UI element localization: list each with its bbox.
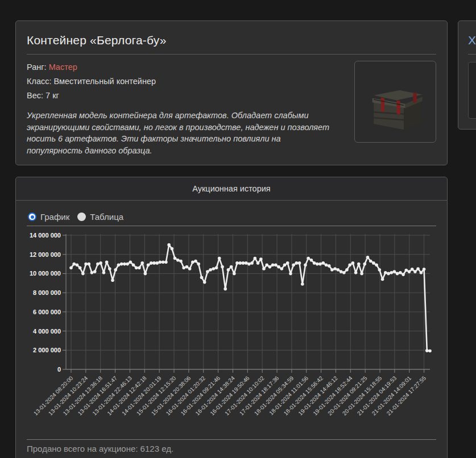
svg-text:2 000 000: 2 000 000 [33, 347, 61, 353]
radio-table-label: Таблица [90, 212, 123, 222]
auction-header: Аукционная история [16, 177, 447, 201]
svg-text:8 000 000: 8 000 000 [33, 289, 61, 296]
radio-option-chart[interactable]: График [28, 212, 69, 222]
total-sold-text: Продано всего на аукционе: 6123 ед. [16, 440, 447, 453]
svg-text:14 000 000: 14 000 000 [30, 232, 61, 239]
view-switcher: График Таблица [16, 201, 447, 225]
weight-value: 7 кг [45, 91, 59, 100]
next-item-image-box [468, 62, 476, 119]
class-label: Класс: [27, 77, 52, 86]
page: Контейнер «Берлога-бу» Ранг: Мастер Клас… [0, 0, 476, 458]
svg-text:6 000 000: 6 000 000 [33, 309, 61, 315]
radio-option-table[interactable]: Таблица [77, 212, 123, 222]
svg-text:10 000 000: 10 000 000 [30, 270, 61, 277]
item-card: Контейнер «Берлога-бу» Ранг: Мастер Клас… [15, 20, 448, 165]
divider [468, 54, 476, 55]
weight-label: Вес: [27, 91, 43, 100]
page-title: Контейнер «Берлога-бу» [16, 21, 447, 54]
auction-history-card: Аукционная история График Таблица 02 000… [15, 177, 448, 458]
radio-selected-icon[interactable] [28, 213, 36, 221]
auction-chart[interactable]: 02 000 0004 000 0006 000 0008 000 00010 … [16, 226, 448, 436]
svg-text:4 000 000: 4 000 000 [33, 328, 61, 335]
rank-label: Ранг: [27, 63, 47, 72]
class-value: Вместительный контейнер [54, 77, 156, 86]
item-description: Укрепленная модель контейнера для артефа… [16, 103, 343, 156]
next-item-title[interactable]: Х [458, 21, 476, 54]
rank-value[interactable]: Мастер [49, 63, 77, 72]
radio-chart-label: График [40, 212, 69, 222]
radio-unselected-icon[interactable] [77, 213, 86, 221]
svg-text:0: 0 [57, 366, 61, 373]
next-item-card[interactable]: Х [458, 20, 476, 130]
svg-text:12 000 000: 12 000 000 [30, 251, 61, 258]
military-crate-icon [359, 66, 431, 138]
item-image-box [354, 61, 436, 143]
